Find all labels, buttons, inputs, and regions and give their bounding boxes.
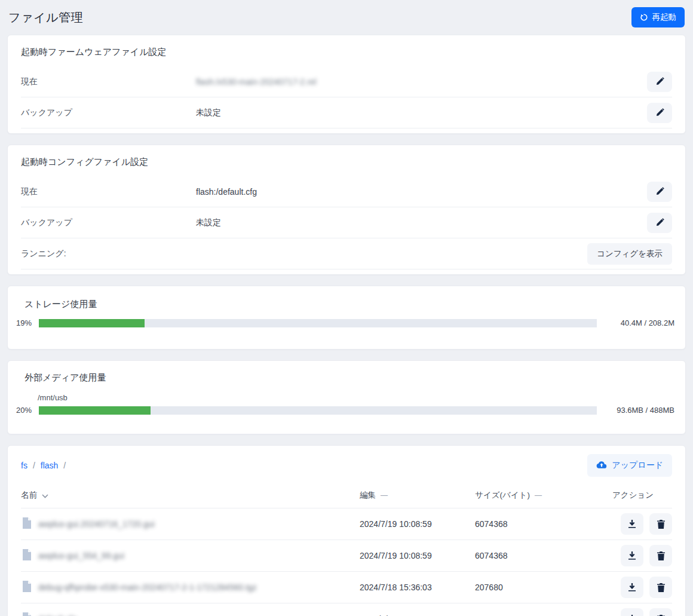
page-header: ファイル管理 再起動 bbox=[7, 6, 686, 35]
breadcrumb-separator: / bbox=[33, 461, 35, 470]
storage-usage-bar-row: 19% 40.4M / 208.2M bbox=[16, 318, 674, 327]
breadcrumb-fs-link[interactable]: fs bbox=[21, 461, 27, 470]
config-current-edit-button[interactable] bbox=[647, 182, 672, 202]
trash-icon bbox=[657, 583, 665, 592]
download-button[interactable] bbox=[621, 608, 643, 616]
boot-config-card: 起動時コンフィグファイル設定 現在 flash:/default.cfg バック… bbox=[7, 145, 686, 275]
files-table-header: 名前 編集— サイズ(バイト)— アクション bbox=[21, 484, 672, 508]
storage-usage-value: 40.4M / 208.2M bbox=[610, 318, 674, 327]
config-current-value: flash:/default.cfg bbox=[196, 187, 647, 197]
download-button[interactable] bbox=[621, 513, 643, 535]
restart-button-label: 再起動 bbox=[652, 12, 677, 23]
config-current-row: 現在 flash:/default.cfg bbox=[21, 176, 672, 207]
external-usage-value: 93.6MB / 488MB bbox=[610, 406, 674, 415]
file-browser-toolbar: fs / flash / アップロード bbox=[21, 446, 672, 484]
file-icon bbox=[22, 517, 31, 531]
file-icon bbox=[22, 581, 31, 594]
config-backup-label: バックアップ bbox=[21, 217, 196, 228]
restart-button[interactable]: 再起動 bbox=[631, 7, 685, 27]
file-name[interactable]: debug-qfhprobe-x530-main-20240717-2-1-17… bbox=[38, 583, 257, 592]
storage-progress-bar bbox=[39, 319, 597, 327]
sort-dash-icon[interactable]: — bbox=[535, 491, 542, 499]
file-browser-card: fs / flash / アップロード 名前 bbox=[7, 445, 686, 616]
config-running-row: ランニング: コンフィグを表示 bbox=[21, 238, 672, 269]
delete-button[interactable] bbox=[649, 608, 672, 616]
download-icon bbox=[628, 551, 636, 560]
firmware-current-value: flash:/x530-main-20240717-2.rel bbox=[196, 77, 647, 87]
firmware-backup-edit-button[interactable] bbox=[647, 103, 672, 123]
trash-icon bbox=[657, 520, 665, 529]
external-media-title: 外部メディア使用量 bbox=[16, 361, 674, 392]
upload-button-label: アップロード bbox=[612, 460, 663, 471]
external-media-bar-row: 20% 93.6MB / 488MB bbox=[16, 406, 674, 415]
boot-firmware-card: 起動時ファームウェアファイル設定 現在 flash:/x530-main-202… bbox=[7, 35, 686, 134]
file-edited: 2024/6/6 15:39:15 bbox=[360, 603, 475, 616]
breadcrumb-separator: / bbox=[63, 461, 66, 470]
firmware-backup-row: バックアップ 未設定 bbox=[21, 97, 672, 128]
download-icon bbox=[628, 583, 636, 592]
download-button[interactable] bbox=[621, 577, 643, 598]
file-edited: 2024/7/19 10:08:59 bbox=[360, 508, 475, 540]
file-icon bbox=[22, 549, 31, 562]
column-header-actions: アクション bbox=[612, 491, 654, 499]
file-edited: 2024/7/18 15:36:03 bbox=[360, 572, 475, 603]
firmware-backup-value: 未設定 bbox=[196, 108, 647, 118]
firmware-current-row: 現在 flash:/x530-main-20240717-2.rel bbox=[21, 66, 672, 97]
external-progress-fill bbox=[39, 406, 151, 415]
file-size: 6074368 bbox=[475, 508, 612, 540]
pencil-icon bbox=[655, 77, 664, 86]
config-running-label: ランニング: bbox=[21, 249, 196, 259]
file-edited: 2024/7/19 10:08:59 bbox=[360, 540, 475, 572]
breadcrumb: fs / flash / bbox=[21, 461, 66, 470]
column-header-size[interactable]: サイズ(バイト) bbox=[475, 491, 530, 499]
column-header-edited[interactable]: 編集 bbox=[360, 491, 376, 499]
boot-firmware-card-title: 起動時ファームウェアファイル設定 bbox=[21, 35, 672, 66]
pencil-icon bbox=[655, 187, 664, 196]
pencil-icon bbox=[655, 108, 664, 117]
table-row: awplus-gui_554_99.gui 2024/7/19 10:08:59… bbox=[21, 540, 672, 572]
mount-point-label: /mnt/usb bbox=[38, 393, 674, 402]
trash-icon bbox=[657, 551, 665, 560]
sort-dash-icon[interactable]: — bbox=[381, 491, 388, 499]
storage-usage-title: ストレージ使用量 bbox=[16, 287, 674, 318]
firmware-current-label: 現在 bbox=[21, 76, 196, 87]
storage-percent-label: 19% bbox=[16, 318, 39, 327]
config-backup-row: バックアップ 未設定 bbox=[21, 207, 672, 238]
file-size: 207680 bbox=[475, 572, 612, 603]
storage-progress-fill bbox=[39, 319, 145, 327]
delete-button[interactable] bbox=[649, 513, 672, 535]
boot-config-card-title: 起動時コンフィグファイル設定 bbox=[21, 145, 672, 176]
delete-button[interactable] bbox=[649, 577, 672, 598]
delete-button[interactable] bbox=[649, 545, 672, 566]
firmware-current-edit-button[interactable] bbox=[647, 72, 672, 92]
file-name[interactable]: awplus-gui.20240716_1720.gui bbox=[38, 519, 155, 529]
file-management-page: ファイル管理 再起動 起動時ファームウェアファイル設定 現在 flash:/x5… bbox=[0, 0, 693, 616]
config-current-label: 現在 bbox=[21, 186, 196, 197]
table-row: debug-qfhprobe-x530-main-20240717-2-1-17… bbox=[21, 572, 672, 603]
external-media-card: 外部メディア使用量 /mnt/usb 20% 93.6MB / 488MB bbox=[7, 360, 686, 434]
chevron-down-icon[interactable] bbox=[42, 491, 48, 500]
column-header-name[interactable]: 名前 bbox=[21, 490, 37, 501]
config-backup-value: 未設定 bbox=[196, 217, 647, 228]
cloud-upload-icon bbox=[596, 461, 607, 471]
upload-button[interactable]: アップロード bbox=[587, 454, 672, 477]
download-icon bbox=[628, 520, 636, 529]
file-name[interactable]: awplus-gui_554_99.gui bbox=[38, 551, 124, 560]
restart-icon bbox=[640, 13, 648, 22]
pencil-icon bbox=[655, 218, 664, 227]
files-table: 名前 編集— サイズ(バイト)— アクション bbox=[21, 484, 672, 616]
file-size: 6074368 bbox=[475, 540, 612, 572]
file-icon bbox=[22, 612, 31, 616]
config-backup-edit-button[interactable] bbox=[647, 213, 672, 233]
download-button[interactable] bbox=[621, 545, 643, 566]
table-row: default.cfg 2024/6/6 15:39:15 9491 bbox=[21, 603, 672, 616]
breadcrumb-flash-link[interactable]: flash bbox=[41, 461, 59, 470]
file-size: 9491 bbox=[475, 603, 612, 616]
external-progress-bar bbox=[39, 406, 597, 415]
page-title: ファイル管理 bbox=[8, 10, 83, 26]
table-row: awplus-gui.20240716_1720.gui 2024/7/19 1… bbox=[21, 508, 672, 540]
external-percent-label: 20% bbox=[16, 406, 39, 415]
storage-usage-card: ストレージ使用量 19% 40.4M / 208.2M bbox=[7, 286, 686, 350]
show-config-button[interactable]: コンフィグを表示 bbox=[587, 243, 672, 265]
firmware-backup-label: バックアップ bbox=[21, 108, 196, 118]
